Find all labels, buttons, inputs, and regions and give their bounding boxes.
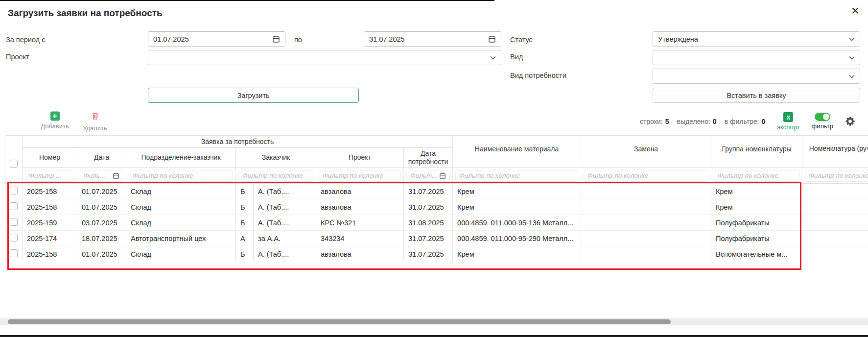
col-header-customer[interactable]: Заказчик [236, 148, 316, 168]
table-row[interactable]: 2025-158 01.07.2025 Склад Б А. (Таб.... … [5, 246, 868, 262]
col-header-replacement[interactable]: Замена [581, 136, 711, 168]
add-button[interactable]: + Добавить [37, 111, 72, 131]
cell-project[interactable]: КРС №321 [316, 215, 404, 231]
cell-customer-prefix[interactable]: Б [236, 246, 254, 262]
cell-group[interactable]: Крем [711, 184, 802, 199]
filter-input-group[interactable] [718, 172, 796, 179]
cell-replacement[interactable] [581, 199, 711, 215]
col-header-nomenclature[interactable]: Номенклатура (ручной ввод) [802, 136, 868, 168]
cell-number[interactable]: 2025-159 [23, 215, 77, 231]
cell-date[interactable]: 18.07.2025 [77, 231, 126, 246]
cell-project[interactable]: 343234 [316, 231, 404, 246]
cell-group[interactable]: Полуфабрикаты [711, 231, 802, 246]
col-header-date[interactable]: Дата [77, 148, 126, 168]
cell-department[interactable]: Склад [126, 215, 236, 231]
need-kind-select[interactable] [653, 69, 860, 84]
cell-customer-prefix[interactable]: Б [236, 215, 254, 231]
cell-customer[interactable]: А. (Таб.... [254, 184, 316, 199]
select-all-checkbox[interactable] [10, 160, 18, 168]
row-checkbox[interactable] [10, 249, 18, 257]
cell-replacement[interactable] [581, 246, 711, 262]
close-icon[interactable]: × [851, 4, 859, 18]
filter-input-material[interactable] [459, 172, 574, 179]
cell-group[interactable]: Вспомогательные м... [711, 246, 802, 262]
status-select[interactable]: Утверждена [653, 31, 860, 47]
row-checkbox[interactable] [10, 187, 18, 194]
cell-date[interactable]: 01.07.2025 [77, 184, 126, 199]
kind-select[interactable] [653, 50, 860, 65]
cell-date[interactable]: 01.07.2025 [77, 246, 126, 262]
cell-customer[interactable]: за А.А. [254, 231, 316, 246]
table-row[interactable]: 2025-158 01.07.2025 Склад Б А. (Таб.... … [5, 199, 868, 215]
cell-customer-prefix[interactable]: Б [236, 199, 254, 215]
cell-project[interactable]: авзалова [316, 246, 404, 262]
cell-number[interactable]: 2025-158 [23, 184, 77, 199]
calendar-icon[interactable] [272, 35, 280, 43]
row-checkbox[interactable] [10, 218, 18, 226]
cell-material[interactable]: Крем [453, 184, 581, 199]
cell-department[interactable]: Склад [126, 184, 236, 199]
cell-project[interactable]: авзалова [316, 199, 404, 215]
cell-group[interactable]: Полуфабрикаты [711, 215, 802, 231]
cell-material[interactable]: 000.4859. 011.000-95-290 Металл... [453, 231, 581, 246]
export-excel-button[interactable]: x экспорт [777, 112, 799, 131]
calendar-icon[interactable] [113, 172, 119, 179]
cell-nomenclature[interactable] [802, 184, 868, 199]
col-header-material[interactable]: Наименование материала [453, 136, 581, 168]
row-checkbox[interactable] [10, 202, 18, 210]
cell-need-date[interactable]: 31.07.2025 [404, 246, 453, 262]
cell-need-date[interactable]: 31.07.2025 [404, 199, 453, 215]
cell-number[interactable]: 2025-174 [23, 231, 77, 246]
cell-date[interactable]: 01.07.2025 [77, 199, 126, 215]
insert-button[interactable]: Вставить в заявку [653, 88, 860, 103]
col-header-number[interactable]: Номер [23, 148, 77, 168]
calendar-icon[interactable] [439, 172, 446, 179]
calendar-icon[interactable] [488, 35, 496, 43]
table-row[interactable]: 2025-174 18.07.2025 Автотранспортный цех… [5, 231, 868, 246]
settings-gear-icon[interactable] [845, 116, 855, 126]
filter-toggle[interactable]: фильтр [812, 113, 833, 130]
cell-customer[interactable]: А. (Таб.... [254, 246, 316, 262]
table-row[interactable]: 2025-159 03.07.2025 Склад Б А. (Таб.... … [5, 215, 868, 231]
col-header-group[interactable]: Группа номенклатуры [711, 136, 802, 168]
delete-button[interactable]: Удалить [77, 111, 113, 131]
horizontal-scrollbar-track[interactable] [0, 318, 868, 325]
cell-number[interactable]: 2025-158 [23, 246, 77, 262]
horizontal-scrollbar-thumb[interactable] [8, 319, 671, 324]
project-select[interactable] [148, 50, 501, 65]
cell-date[interactable]: 03.07.2025 [77, 215, 126, 231]
date-from-input[interactable]: 01.07.2025 [148, 31, 285, 47]
cell-need-date[interactable]: 31.08.2025 [404, 215, 453, 231]
cell-customer[interactable]: А. (Таб.... [254, 215, 316, 231]
date-to-input[interactable]: 31.07.2025 [364, 31, 501, 47]
cell-customer-prefix[interactable]: А [236, 231, 254, 246]
cell-nomenclature[interactable] [802, 215, 868, 231]
cell-number[interactable]: 2025-158 [23, 199, 77, 215]
table-row[interactable]: 2025-158 01.07.2025 Склад Б А. (Таб.... … [5, 184, 868, 199]
row-checkbox[interactable] [10, 234, 18, 241]
cell-material[interactable]: Крем [453, 199, 581, 215]
filter-input-replacement[interactable] [587, 172, 704, 179]
filter-input-department[interactable] [133, 172, 229, 179]
cell-need-date[interactable]: 31.07.2025 [404, 231, 453, 246]
cell-nomenclature[interactable] [802, 199, 868, 215]
load-button[interactable]: Загрузить [148, 88, 359, 103]
cell-need-date[interactable]: 31.07.2025 [404, 184, 453, 199]
cell-replacement[interactable] [581, 215, 711, 231]
cell-department[interactable]: Автотранспортный цех [126, 231, 236, 246]
col-header-project[interactable]: Проект [316, 148, 404, 168]
cell-nomenclature[interactable] [802, 231, 868, 246]
cell-nomenclature[interactable] [802, 246, 868, 262]
cell-department[interactable]: Склад [126, 199, 236, 215]
cell-department[interactable]: Склад [126, 246, 236, 262]
filter-input-date[interactable] [84, 172, 111, 179]
cell-customer[interactable]: А. (Таб.... [254, 199, 316, 215]
filter-input-nomenclature[interactable] [809, 172, 868, 179]
filter-input-number[interactable] [29, 172, 70, 179]
cell-material[interactable]: Крем [453, 246, 581, 262]
col-header-need-date[interactable]: Дата потребности [404, 148, 453, 168]
filter-input-customer[interactable] [242, 172, 309, 179]
cell-replacement[interactable] [581, 231, 711, 246]
cell-project[interactable]: авзалова [316, 184, 404, 199]
toggle-on-icon[interactable] [815, 113, 830, 121]
